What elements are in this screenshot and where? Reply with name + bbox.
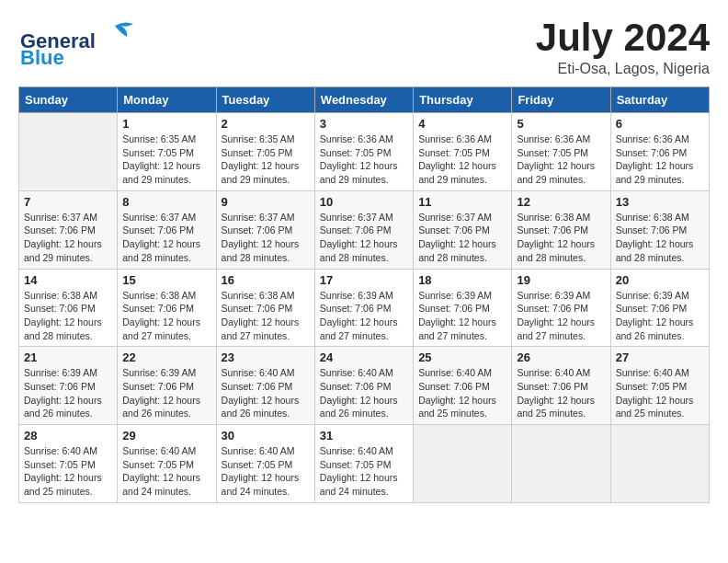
day-number: 5 [517, 117, 605, 131]
day-number: 21 [24, 350, 112, 364]
day-detail: Sunrise: 6:40 AMSunset: 7:06 PMDaylight:… [222, 367, 300, 419]
calendar-cell: 19 Sunrise: 6:39 AMSunset: 7:06 PMDaylig… [512, 269, 610, 347]
day-number: 14 [24, 273, 112, 287]
calendar-cell: 4 Sunrise: 6:36 AMSunset: 7:05 PMDayligh… [414, 113, 512, 191]
calendar-cell: 24 Sunrise: 6:40 AMSunset: 7:06 PMDaylig… [314, 347, 413, 425]
day-number: 8 [122, 195, 210, 209]
calendar-cell: 3 Sunrise: 6:36 AMSunset: 7:05 PMDayligh… [314, 113, 413, 191]
day-number: 26 [517, 350, 605, 364]
logo-svg: General Blue [18, 18, 138, 64]
day-detail: Sunrise: 6:37 AMSunset: 7:06 PMDaylight:… [418, 212, 496, 263]
day-detail: Sunrise: 6:40 AMSunset: 7:06 PMDaylight:… [320, 367, 398, 419]
calendar-body: 1 Sunrise: 6:35 AMSunset: 7:05 PMDayligh… [19, 113, 710, 503]
day-number: 6 [616, 117, 704, 131]
calendar-cell: 17 Sunrise: 6:39 AMSunset: 7:06 PMDaylig… [314, 269, 413, 347]
day-number: 4 [418, 117, 506, 131]
calendar-table: Sunday Monday Tuesday Wednesday Thursday… [18, 86, 710, 503]
day-number: 27 [616, 350, 704, 364]
day-number: 31 [320, 429, 408, 442]
day-number: 12 [517, 195, 605, 209]
day-number: 15 [122, 273, 210, 287]
calendar-cell [414, 425, 512, 503]
calendar-cell: 26 Sunrise: 6:40 AMSunset: 7:06 PMDaylig… [512, 347, 610, 425]
day-number: 11 [418, 195, 506, 209]
day-number: 9 [222, 195, 310, 209]
week-row-3: 14 Sunrise: 6:38 AMSunset: 7:06 PMDaylig… [19, 269, 710, 347]
day-detail: Sunrise: 6:35 AMSunset: 7:05 PMDaylight:… [122, 133, 200, 185]
day-number: 29 [122, 429, 210, 442]
day-detail: Sunrise: 6:40 AMSunset: 7:06 PMDaylight:… [418, 367, 496, 419]
day-detail: Sunrise: 6:37 AMSunset: 7:06 PMDaylight:… [320, 212, 398, 263]
col-monday: Monday [118, 87, 216, 113]
day-number: 19 [517, 273, 605, 287]
day-number: 22 [122, 350, 210, 364]
logo-text: General Blue [18, 18, 138, 68]
day-detail: Sunrise: 6:35 AMSunset: 7:05 PMDaylight:… [222, 133, 300, 185]
day-number: 1 [122, 117, 210, 131]
day-number: 2 [222, 117, 310, 131]
day-detail: Sunrise: 6:38 AMSunset: 7:06 PMDaylight:… [222, 290, 300, 341]
calendar-cell: 9 Sunrise: 6:37 AMSunset: 7:06 PMDayligh… [216, 190, 314, 269]
day-detail: Sunrise: 6:37 AMSunset: 7:06 PMDaylight:… [24, 212, 102, 263]
col-wednesday: Wednesday [314, 87, 413, 113]
col-friday: Friday [512, 87, 610, 113]
week-row-2: 7 Sunrise: 6:37 AMSunset: 7:06 PMDayligh… [19, 190, 710, 269]
header: General Blue July 2024 Eti-Osa, Lagos, N… [18, 18, 710, 77]
col-thursday: Thursday [414, 87, 512, 113]
day-detail: Sunrise: 6:36 AMSunset: 7:05 PMDaylight:… [320, 133, 398, 185]
calendar-cell: 16 Sunrise: 6:38 AMSunset: 7:06 PMDaylig… [216, 269, 314, 347]
calendar-cell: 28 Sunrise: 6:40 AMSunset: 7:05 PMDaylig… [19, 425, 118, 503]
title-area: July 2024 Eti-Osa, Lagos, Nigeria [536, 18, 710, 77]
calendar-cell: 5 Sunrise: 6:36 AMSunset: 7:05 PMDayligh… [512, 113, 610, 191]
col-saturday: Saturday [610, 87, 709, 113]
calendar-cell: 30 Sunrise: 6:40 AMSunset: 7:05 PMDaylig… [216, 425, 314, 503]
day-number: 16 [222, 273, 310, 287]
day-number: 7 [24, 195, 112, 209]
logo: General Blue [18, 18, 138, 68]
day-detail: Sunrise: 6:38 AMSunset: 7:06 PMDaylight:… [24, 290, 102, 341]
col-sunday: Sunday [19, 87, 118, 113]
calendar-cell: 23 Sunrise: 6:40 AMSunset: 7:06 PMDaylig… [216, 347, 314, 425]
calendar-cell [610, 425, 709, 503]
calendar-cell: 10 Sunrise: 6:37 AMSunset: 7:06 PMDaylig… [314, 190, 413, 269]
day-detail: Sunrise: 6:40 AMSunset: 7:05 PMDaylight:… [222, 445, 300, 497]
day-number: 24 [320, 350, 408, 364]
week-row-1: 1 Sunrise: 6:35 AMSunset: 7:05 PMDayligh… [19, 113, 710, 191]
day-detail: Sunrise: 6:39 AMSunset: 7:06 PMDaylight:… [418, 290, 496, 341]
day-number: 23 [222, 350, 310, 364]
day-detail: Sunrise: 6:39 AMSunset: 7:06 PMDaylight:… [122, 367, 200, 419]
day-detail: Sunrise: 6:40 AMSunset: 7:05 PMDaylight:… [616, 367, 694, 419]
calendar-cell: 11 Sunrise: 6:37 AMSunset: 7:06 PMDaylig… [414, 190, 512, 269]
calendar-cell: 18 Sunrise: 6:39 AMSunset: 7:06 PMDaylig… [414, 269, 512, 347]
day-detail: Sunrise: 6:38 AMSunset: 7:06 PMDaylight:… [616, 212, 694, 263]
calendar-cell: 15 Sunrise: 6:38 AMSunset: 7:06 PMDaylig… [118, 269, 216, 347]
calendar-cell: 6 Sunrise: 6:36 AMSunset: 7:06 PMDayligh… [610, 113, 709, 191]
calendar-cell: 14 Sunrise: 6:38 AMSunset: 7:06 PMDaylig… [19, 269, 118, 347]
day-detail: Sunrise: 6:39 AMSunset: 7:06 PMDaylight:… [517, 290, 595, 341]
week-row-4: 21 Sunrise: 6:39 AMSunset: 7:06 PMDaylig… [19, 347, 710, 425]
day-number: 18 [418, 273, 506, 287]
day-detail: Sunrise: 6:39 AMSunset: 7:06 PMDaylight:… [616, 290, 694, 341]
day-number: 10 [320, 195, 408, 209]
day-number: 28 [24, 429, 112, 442]
calendar-cell [512, 425, 610, 503]
month-year: July 2024 [536, 18, 710, 57]
day-detail: Sunrise: 6:38 AMSunset: 7:06 PMDaylight:… [122, 290, 200, 341]
day-detail: Sunrise: 6:39 AMSunset: 7:06 PMDaylight:… [24, 367, 102, 419]
calendar-cell: 8 Sunrise: 6:37 AMSunset: 7:06 PMDayligh… [118, 190, 216, 269]
day-number: 13 [616, 195, 704, 209]
day-detail: Sunrise: 6:36 AMSunset: 7:06 PMDaylight:… [616, 133, 694, 185]
calendar-cell: 7 Sunrise: 6:37 AMSunset: 7:06 PMDayligh… [19, 190, 118, 269]
week-row-5: 28 Sunrise: 6:40 AMSunset: 7:05 PMDaylig… [19, 425, 710, 503]
calendar-cell: 27 Sunrise: 6:40 AMSunset: 7:05 PMDaylig… [610, 347, 709, 425]
day-detail: Sunrise: 6:40 AMSunset: 7:06 PMDaylight:… [517, 367, 595, 419]
day-detail: Sunrise: 6:37 AMSunset: 7:06 PMDaylight:… [122, 212, 200, 263]
calendar-cell: 31 Sunrise: 6:40 AMSunset: 7:05 PMDaylig… [314, 425, 413, 503]
day-number: 20 [616, 273, 704, 287]
col-tuesday: Tuesday [216, 87, 314, 113]
calendar-cell [19, 113, 118, 191]
day-detail: Sunrise: 6:36 AMSunset: 7:05 PMDaylight:… [517, 133, 595, 185]
calendar-cell: 20 Sunrise: 6:39 AMSunset: 7:06 PMDaylig… [610, 269, 709, 347]
day-detail: Sunrise: 6:40 AMSunset: 7:05 PMDaylight:… [24, 445, 102, 497]
day-detail: Sunrise: 6:39 AMSunset: 7:06 PMDaylight:… [320, 290, 398, 341]
